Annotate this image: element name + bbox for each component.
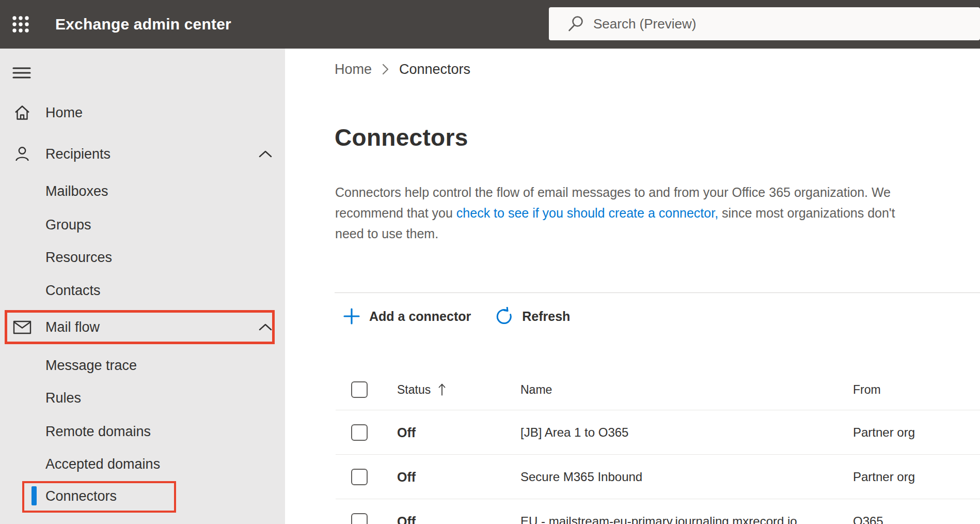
person-icon: [13, 145, 31, 163]
description-text: recommend that you: [335, 206, 456, 220]
sidebar-item-recipients[interactable]: Recipients: [0, 141, 285, 167]
row-checkbox[interactable]: [351, 424, 368, 441]
app-launcher-waffle-icon[interactable]: [11, 15, 30, 34]
command-bar: Add a connector Refresh: [341, 303, 572, 330]
toolbar-divider: [335, 292, 980, 293]
hamburger-icon: [12, 67, 31, 79]
sidebar-item-label: Recipients: [45, 146, 110, 162]
page-description: Connectors help control the flow of emai…: [335, 182, 980, 244]
chevron-up-icon[interactable]: [259, 323, 272, 331]
table-row[interactable]: Off [JB] Area 1 to O365 Partner org: [336, 410, 980, 455]
status-header-label: Status: [397, 382, 431, 396]
chevron-right-icon: [382, 64, 389, 75]
sidebar-item-connectors[interactable]: Connectors: [0, 483, 285, 510]
sidebar-item-label: Resources: [45, 250, 112, 266]
sidebar-item-label: Remote domains: [45, 424, 151, 440]
description-line: need to use them.: [335, 223, 980, 244]
sidebar-item-remote-domains[interactable]: Remote domains: [0, 418, 285, 445]
sidebar-item-label: Connectors: [45, 488, 117, 504]
top-app-bar: Exchange admin center: [0, 0, 980, 49]
row-from: Partner org: [853, 425, 915, 440]
sidebar-item-label: Accepted domains: [45, 456, 160, 472]
row-name-link[interactable]: Secure M365 Inbound: [520, 470, 642, 484]
breadcrumb-home-link[interactable]: Home: [335, 61, 372, 78]
sidebar-item-contacts[interactable]: Contacts: [0, 277, 285, 304]
sidebar-item-label: Groups: [45, 217, 91, 233]
refresh-label: Refresh: [522, 309, 570, 324]
row-status: Off: [397, 514, 416, 524]
plus-icon: [343, 307, 360, 325]
search-input[interactable]: [549, 7, 980, 40]
sidebar-item-mailboxes[interactable]: Mailboxes: [0, 178, 285, 205]
sidebar-item-mail-flow[interactable]: Mail flow: [0, 314, 285, 341]
sidebar-item-home[interactable]: Home: [0, 99, 285, 126]
app-title: Exchange admin center: [55, 0, 231, 49]
refresh-icon: [495, 307, 513, 326]
sidebar-item-label: Mailboxes: [45, 183, 108, 199]
sort-arrow-up-icon: [438, 382, 446, 396]
sidebar-item-label: Mail flow: [45, 319, 100, 335]
row-checkbox[interactable]: [351, 469, 368, 485]
sidebar-item-resources[interactable]: Resources: [0, 244, 285, 271]
hamburger-menu-icon[interactable]: [12, 67, 31, 79]
add-connector-button[interactable]: Add a connector: [341, 307, 473, 325]
sidebar-item-accepted-domains[interactable]: Accepted domains: [0, 451, 285, 477]
row-from: O365: [853, 514, 883, 524]
select-all-checkbox[interactable]: [351, 381, 368, 398]
add-connector-label: Add a connector: [369, 309, 471, 324]
selected-item-indicator: [31, 486, 37, 505]
left-navigation: Home Recipients Mailboxes Groups Resourc…: [0, 49, 285, 524]
description-line: recommend that you check to see if you s…: [335, 203, 980, 223]
sidebar-item-label: Message trace: [45, 358, 137, 374]
row-from: Partner org: [853, 470, 915, 484]
sidebar-item-message-trace[interactable]: Message trace: [0, 352, 285, 379]
row-status: Off: [397, 425, 416, 440]
sidebar-item-rules[interactable]: Rules: [0, 384, 285, 411]
house-icon: [13, 103, 31, 122]
connectors-table: Status Name From Off [JB] Area 1 to O365…: [336, 369, 980, 524]
sidebar-item-label: Rules: [45, 390, 81, 406]
global-search-box: [549, 7, 980, 40]
envelope-icon: [13, 318, 31, 336]
refresh-button[interactable]: Refresh: [493, 307, 572, 326]
row-name-link[interactable]: EU - mailstream-eu-primary.journaling.mx…: [520, 514, 797, 524]
breadcrumb: Home Connectors: [335, 60, 470, 79]
chevron-up-icon[interactable]: [259, 150, 272, 158]
column-header-name[interactable]: Name: [520, 382, 552, 396]
description-text: since most organizations don't: [718, 206, 895, 220]
row-status: Off: [397, 469, 416, 484]
column-header-status[interactable]: Status: [397, 382, 446, 396]
table-header-row: Status Name From: [336, 369, 980, 410]
sidebar-item-label: Home: [45, 105, 83, 121]
row-name-link[interactable]: [JB] Area 1 to O365: [520, 425, 628, 440]
sidebar-item-groups[interactable]: Groups: [0, 211, 285, 238]
table-row[interactable]: Off Secure M365 Inbound Partner org: [336, 455, 980, 499]
column-header-from[interactable]: From: [853, 382, 881, 396]
waffle-icon: [11, 15, 30, 34]
table-row[interactable]: Off EU - mailstream-eu-primary.journalin…: [336, 499, 980, 524]
description-line: Connectors help control the flow of emai…: [335, 182, 980, 203]
main-content: Home Connectors Connectors Connectors he…: [285, 49, 980, 524]
row-checkbox[interactable]: [351, 513, 368, 524]
breadcrumb-current: Connectors: [399, 61, 470, 78]
page-title: Connectors: [335, 122, 468, 153]
sidebar-item-label: Contacts: [45, 283, 101, 299]
create-connector-check-link[interactable]: check to see if you should create a conn…: [456, 206, 718, 220]
